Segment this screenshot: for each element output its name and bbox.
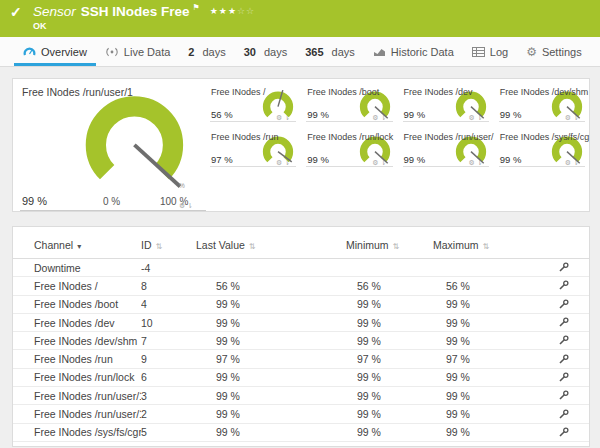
channel-name: Free INodes /run <box>34 353 141 365</box>
sensor-header: ✓ SensorSSH INodes Free⚑★★★☆☆ OK <box>0 0 600 37</box>
gauge-gear-pin-icons[interactable]: ⚙⇂ <box>179 202 195 209</box>
column-header-last-value[interactable]: Last Value⇅ <box>196 239 346 251</box>
channel-settings-wrench-icon[interactable] <box>558 335 569 346</box>
maximum-value: 56 % <box>433 280 525 292</box>
channel-id: 5 <box>141 426 196 438</box>
gauge-cell-run[interactable]: Free INodes /run 97 % ⚙⇂ <box>206 128 302 173</box>
sort-desc-icon: ▾ <box>77 242 81 251</box>
channel-id: 2 <box>141 408 196 420</box>
maximum-value: 99 % <box>433 335 525 347</box>
last-value: 97 % <box>196 353 346 365</box>
channel-settings-wrench-icon[interactable] <box>558 409 569 420</box>
channel-settings-wrench-icon[interactable] <box>558 427 569 438</box>
tab-overview-label: Overview <box>41 46 87 58</box>
tab-30-days-label: days <box>264 46 287 58</box>
gauge-icon <box>23 46 36 57</box>
channel-name: Free INodes /run/lock <box>34 371 141 383</box>
tab-30-days[interactable]: 30 days <box>235 37 297 66</box>
channel-id: 3 <box>141 390 196 402</box>
gauge-value: 99 % <box>500 154 522 165</box>
table-header-row: Channel▾ ID⇅ Last Value⇅ Minimum⇅ Maximu… <box>13 232 589 259</box>
minimum-value: 97 % <box>346 353 433 365</box>
channel-settings-wrench-icon[interactable] <box>558 372 569 383</box>
last-value: 99 % <box>196 317 346 329</box>
gauge-unit-mark: % <box>179 182 185 189</box>
gauge-cell-boot[interactable]: Free INodes /boot 99 % ⚙⇂ <box>302 83 398 128</box>
channel-id: 9 <box>141 353 196 365</box>
maximum-value: 97 % <box>433 353 525 365</box>
table-row: Free INodes /sys/fs/cgr... 5 99 % 99 % 9… <box>13 424 589 442</box>
last-value: 99 % <box>196 335 346 347</box>
channel-settings-wrench-icon[interactable] <box>558 317 569 328</box>
gauge-value: 99 % <box>307 154 329 165</box>
table-row: Free INodes /boot 4 99 % 99 % 99 % <box>13 296 589 314</box>
gauge-value: 99 % <box>404 154 426 165</box>
small-gauges-grid: Free INodes / 56 % ⚙⇂ Free INodes /boot … <box>206 83 591 173</box>
tab-365-days-label: days <box>332 46 355 58</box>
channel-name: Free INodes /sys/fs/cgr... <box>34 426 141 438</box>
gauge-cell-run-lock[interactable]: Free INodes /run/lock 99 % ⚙⇂ <box>302 128 398 173</box>
gauge-value: 99 % <box>500 109 522 120</box>
tab-365-days[interactable]: 365 days <box>296 37 364 66</box>
tab-30-days-number: 30 <box>244 46 256 58</box>
minimum-value: 99 % <box>346 298 433 310</box>
tab-365-days-number: 365 <box>305 46 323 58</box>
channels-table-panel: Channel▾ ID⇅ Last Value⇅ Minimum⇅ Maximu… <box>12 226 590 447</box>
tab-historic-data-label: Historic Data <box>391 46 454 58</box>
stars-empty: ☆☆ <box>237 6 255 16</box>
priority-stars[interactable]: ★★★☆☆ <box>210 6 255 16</box>
maximum-value: 99 % <box>433 298 525 310</box>
gauge-cell-dev[interactable]: Free INodes /dev 99 % ⚙⇂ <box>399 83 495 128</box>
tab-historic-data[interactable]: Historic Data <box>364 37 463 66</box>
tab-live-data[interactable]: Live Data <box>96 37 179 66</box>
column-header-id[interactable]: ID⇅ <box>141 239 196 251</box>
gauge-title: Free INodes / <box>211 87 266 97</box>
primary-gauge[interactable]: Free INodes /run/user/1 % 99 % 0 % 100 %… <box>13 79 206 213</box>
table-row: Free INodes /run 9 97 % 97 % 97 % <box>13 350 589 368</box>
gauge-value: 99 % <box>307 109 329 120</box>
gauge-value: 99 % <box>404 109 426 120</box>
channel-name: Free INodes /run/user/1 <box>34 390 141 402</box>
maximum-value: 99 % <box>433 426 525 438</box>
gauge-cell-sys-fs-cg[interactable]: Free INodes /sys/fs/cg 99 % ⚙⇂ <box>495 128 591 173</box>
gauge-cell-dev-shm[interactable]: Free INodes /dev/shm 99 % ⚙⇂ <box>495 83 591 128</box>
column-header-minimum[interactable]: Minimum⇅ <box>346 239 433 251</box>
tab-settings[interactable]: ⚙ Settings <box>517 37 591 66</box>
channel-name: Free INodes /run/user/1 <box>34 408 141 420</box>
flag-icon[interactable]: ⚑ <box>193 3 200 12</box>
channel-settings-wrench-icon[interactable] <box>558 262 569 273</box>
table-row: Free INodes /run/user/1 3 99 % 99 % 99 % <box>13 387 589 405</box>
column-header-maximum[interactable]: Maximum⇅ <box>433 239 525 251</box>
primary-gauge-value: 99 % <box>22 195 47 207</box>
gauge-cell-run-user[interactable]: Free INodes /run/user/ 99 % ⚙⇂ <box>399 128 495 173</box>
channel-settings-wrench-icon[interactable] <box>558 354 569 365</box>
tab-log[interactable]: Log <box>463 37 517 66</box>
gauge-title: Free INodes /sys/fs/cg <box>500 132 590 142</box>
table-row: Free INodes /dev/shm 7 99 % 99 % 99 % <box>13 332 589 350</box>
channel-id: 10 <box>141 317 196 329</box>
maximum-value: 99 % <box>433 408 525 420</box>
channel-id: 4 <box>141 298 196 310</box>
sensor-title-line: SensorSSH INodes Free⚑★★★☆☆ <box>33 3 255 19</box>
column-header-channel[interactable]: Channel▾ <box>34 239 141 251</box>
minimum-value: 99 % <box>346 390 433 402</box>
gauge-value: 97 % <box>211 154 233 165</box>
gauge-cell-root[interactable]: Free INodes / 56 % ⚙⇂ <box>206 83 302 128</box>
gauge-value: 56 % <box>211 109 233 120</box>
status-badge: OK <box>33 21 47 31</box>
channel-settings-wrench-icon[interactable] <box>558 299 569 310</box>
gauge-title: Free INodes /boot <box>307 87 379 97</box>
last-value: 56 % <box>196 280 346 292</box>
sort-icon: ⇅ <box>483 242 490 251</box>
channel-id: -4 <box>141 262 196 274</box>
tab-overview[interactable]: Overview <box>14 37 96 66</box>
channel-settings-wrench-icon[interactable] <box>558 390 569 401</box>
prtg-sensor-page: ✓ SensorSSH INodes Free⚑★★★☆☆ OK Overvie… <box>0 0 600 448</box>
stars-filled: ★★★ <box>210 6 237 16</box>
table-row: Free INodes /run/lock 6 99 % 99 % 99 % <box>13 369 589 387</box>
channel-settings-wrench-icon[interactable] <box>558 280 569 291</box>
tab-2-days[interactable]: 2 days <box>179 37 234 66</box>
tab-settings-label: Settings <box>542 46 582 58</box>
sort-icon: ⇅ <box>156 242 163 251</box>
maximum-value: 99 % <box>433 390 525 402</box>
